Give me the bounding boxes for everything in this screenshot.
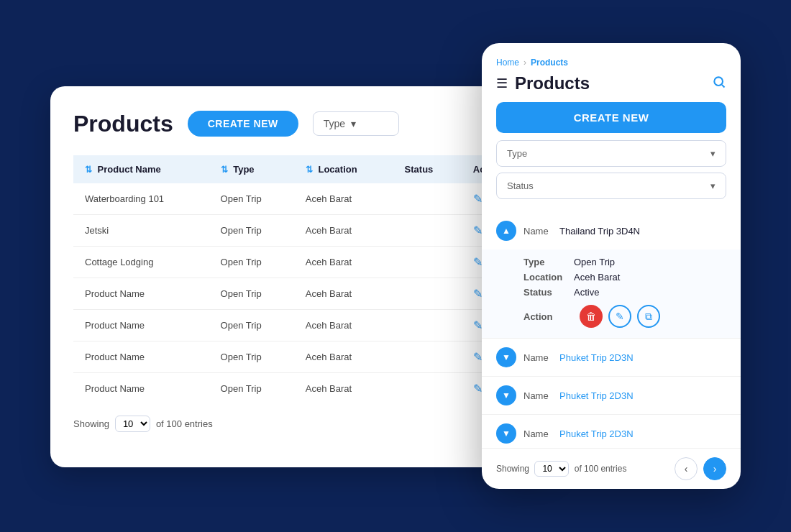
front-status-filter[interactable]: Status ▾: [496, 173, 726, 199]
cell-type: Open Trip: [209, 183, 294, 215]
action-row: Action 🗑 ✎ ⧉: [523, 302, 726, 328]
collapse-btn[interactable]: ▲: [496, 221, 516, 241]
edit-icon[interactable]: ✎: [473, 224, 483, 237]
cell-location: Aceh Barat: [294, 310, 393, 341]
front-card: Home › Products ☰ Products CREATE NEW Ty…: [482, 43, 741, 489]
back-title: Products: [73, 111, 173, 137]
back-header: Products CREATE NEW Type ▾: [73, 109, 531, 138]
cell-type: Open Trip: [209, 247, 294, 278]
edit-icon[interactable]: ✎: [473, 288, 483, 300]
cell-type: Open Trip: [209, 310, 294, 341]
cell-location: Aceh Barat: [294, 183, 393, 215]
front-footer: Showing 102550 of 100 entries ‹ ›: [482, 448, 741, 489]
expanded-name-value: Thailand Trip 3D4N: [559, 226, 640, 237]
cell-status: [393, 183, 462, 215]
cell-status: [393, 373, 462, 405]
products-table: ⇅ Product Name ⇅ Type ⇅ Location Status …: [73, 155, 531, 404]
front-status-label: Status: [507, 180, 534, 191]
table-footer: Showing 10 25 50 of 100 entries: [73, 404, 531, 432]
col-location: ⇅ Location: [294, 155, 393, 183]
name-label: Name: [523, 352, 552, 363]
front-create-btn[interactable]: CREATE NEW: [496, 102, 726, 133]
front-collapsed-list: ▼ Name Phuket Trip 2D3N ▼ Name Phuket Tr…: [482, 339, 741, 448]
cell-type: Open Trip: [209, 341, 294, 373]
collapsed-item-row[interactable]: ▼ Name Phuket Trip 2D3N: [482, 377, 741, 414]
front-showing-label: Showing 102550 of 100 entries: [496, 461, 626, 477]
edit-icon[interactable]: ✎: [473, 351, 483, 363]
location-key: Location: [523, 272, 574, 283]
delete-action-btn[interactable]: 🗑: [580, 305, 603, 328]
scene: Products CREATE NEW Type ▾ ⇅ Product Nam…: [50, 43, 741, 489]
breadcrumb: Home › Products: [496, 58, 726, 68]
cell-type: Open Trip: [209, 215, 294, 247]
table-header-row: ⇅ Product Name ⇅ Type ⇅ Location Status …: [73, 155, 531, 183]
edit-icon[interactable]: ✎: [473, 193, 483, 205]
copy-action-btn[interactable]: ⧉: [637, 305, 660, 328]
back-create-btn[interactable]: CREATE NEW: [188, 111, 298, 137]
cell-product-name: Cottage Lodging: [73, 247, 209, 278]
cell-location: Aceh Barat: [294, 373, 393, 405]
front-per-page-select[interactable]: 102550: [534, 461, 569, 477]
list-item-expanded: ▲ Name Thailand Trip 3D4N Type Open Trip…: [482, 212, 741, 339]
front-type-filter[interactable]: Type ▾: [496, 140, 726, 167]
front-search-icon[interactable]: [712, 75, 726, 93]
sort-icon: ⇅: [85, 165, 92, 175]
expand-btn[interactable]: ▼: [496, 385, 516, 405]
edit-icon[interactable]: ✎: [473, 256, 483, 268]
list-item: ▼ Name Phuket Trip 2D3N: [482, 415, 741, 448]
item-value: Phuket Trip 2D3N: [559, 428, 634, 439]
edit-icon[interactable]: ✎: [473, 382, 483, 395]
breadcrumb-home[interactable]: Home: [496, 58, 519, 68]
sort-icon: ⇅: [221, 165, 228, 175]
list-item: ▼ Name Phuket Trip 2D3N: [482, 377, 741, 415]
per-page-select[interactable]: 10 25 50: [115, 416, 150, 432]
front-list: ▲ Name Thailand Trip 3D4N Type Open Trip…: [482, 212, 741, 448]
item-value: Phuket Trip 2D3N: [559, 352, 634, 363]
name-label: Name: [523, 226, 552, 237]
col-type: ⇅ Type: [209, 155, 294, 183]
collapsed-item-row[interactable]: ▼ Name Phuket Trip 2D3N: [482, 415, 741, 448]
next-page-btn[interactable]: ›: [703, 457, 726, 480]
expand-btn[interactable]: ▼: [496, 347, 516, 367]
svg-point-2: [714, 77, 723, 86]
cell-product-name: Product Name: [73, 373, 209, 405]
type-val: Open Trip: [574, 257, 726, 267]
cell-status: [393, 341, 462, 373]
showing-label: Showing: [73, 418, 109, 429]
front-title-row: ☰ Products: [496, 73, 726, 93]
cell-location: Aceh Barat: [294, 341, 393, 373]
expand-btn[interactable]: ▼: [496, 423, 516, 444]
back-card: Products CREATE NEW Type ▾ ⇅ Product Nam…: [50, 86, 554, 467]
cell-product-name: Product Name: [73, 341, 209, 373]
front-type-label: Type: [507, 148, 527, 159]
of-entries-label: of 100 entries: [156, 418, 213, 429]
front-header: Home › Products ☰ Products CREATE NEW Ty…: [482, 43, 741, 212]
cell-status: [393, 215, 462, 247]
table-body: Waterboarding 101 Open Trip Aceh Barat ✎…: [73, 183, 531, 404]
hamburger-icon[interactable]: ☰: [496, 75, 508, 91]
expanded-item-row[interactable]: ▲ Name Thailand Trip 3D4N: [482, 212, 741, 249]
chevron-down-icon: ▾: [710, 180, 715, 191]
table-row: Jetski Open Trip Aceh Barat ✎ ⧉: [73, 215, 531, 247]
table-row: Product Name Open Trip Aceh Barat ✎ ⧉: [73, 373, 531, 405]
type-key: Type: [523, 257, 574, 267]
breadcrumb-separator: ›: [523, 58, 526, 68]
chevron-down-icon: ▾: [710, 148, 715, 159]
svg-line-3: [722, 84, 725, 87]
name-label: Name: [523, 390, 552, 401]
table-row: Waterboarding 101 Open Trip Aceh Barat ✎…: [73, 183, 531, 215]
sort-icon: ⇅: [306, 165, 313, 175]
cell-location: Aceh Barat: [294, 278, 393, 310]
edit-icon[interactable]: ✎: [473, 319, 483, 331]
collapsed-item-row[interactable]: ▼ Name Phuket Trip 2D3N: [482, 339, 741, 376]
type-filter-dropdown[interactable]: Type ▾: [313, 111, 399, 136]
cell-location: Aceh Barat: [294, 215, 393, 247]
edit-action-btn[interactable]: ✎: [608, 305, 631, 328]
table-row: Product Name Open Trip Aceh Barat ✎ ⧉: [73, 310, 531, 341]
cell-type: Open Trip: [209, 278, 294, 310]
col-product-name: ⇅ Product Name: [73, 155, 209, 183]
table-row: Cottage Lodging Open Trip Aceh Barat ✎ ⧉: [73, 247, 531, 278]
cell-product-name: Product Name: [73, 278, 209, 310]
prev-page-btn[interactable]: ‹: [675, 457, 698, 480]
pagination: ‹ ›: [675, 457, 726, 480]
